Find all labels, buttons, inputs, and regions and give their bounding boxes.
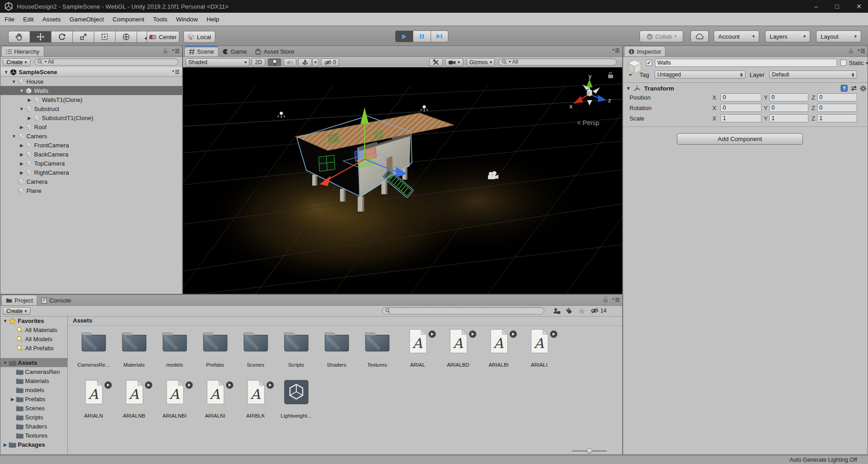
asset-item-camerasre-[interactable]: CamerasRe... [73,327,114,378]
favorites-star-icon[interactable] [578,308,585,314]
hand-tool-button[interactable] [8,31,30,43]
close-button[interactable]: ✕ [856,3,862,10]
hierarchy-item-samplescene[interactable]: ▼SampleScene [0,67,182,77]
asset-item-models[interactable]: models [154,327,195,378]
hierarchy-item-wallst1-clone-[interactable]: ▶WallsT1(Clone) [0,95,182,104]
scene-tools-button[interactable] [429,58,443,66]
pause-button[interactable] [413,30,431,42]
expand-badge-icon[interactable] [104,381,112,389]
hierarchy-item-frontcamera[interactable]: ▶FrontCamera [0,141,182,150]
hierarchy-item-rightcamera[interactable]: ▶RightCamera [0,168,182,177]
expand-badge-icon[interactable] [550,330,558,338]
scene-camera-dropdown[interactable]: ▾ [445,58,463,66]
foldout-arrow[interactable]: ▶ [19,170,25,175]
lock-icon[interactable] [163,48,168,54]
asset-item-ariblk[interactable]: AARIBLK [235,378,276,429]
2d-toggle-button[interactable]: 2D [252,58,265,66]
shading-mode-dropdown[interactable]: Shaded▾ [186,58,249,66]
scene-effects-dropdown[interactable]: ▾ [312,58,319,66]
asset-item-arialbi[interactable]: AARIALBI [478,327,519,378]
menu-item-tools[interactable]: Tools [153,16,168,23]
scale-tool-button[interactable] [72,31,94,43]
static-dropdown-arrow[interactable]: ▾ [866,61,868,66]
presets-icon[interactable] [851,86,857,91]
asset-item-ariali[interactable]: AARIALI [519,327,559,378]
static-checkbox[interactable] [840,60,847,66]
foldout-arrow[interactable]: ▼ [3,70,9,75]
pivot-mode-button[interactable]: Center [147,31,179,43]
expand-badge-icon[interactable] [509,330,517,338]
hierarchy-item-topcamera[interactable]: ▶TopCamera [0,159,182,168]
project-tree-item-scenes[interactable]: Scenes [0,403,67,413]
scene-effects-button[interactable] [298,58,312,66]
panel-menu-icon[interactable] [858,48,865,54]
project-tree-item-favorites[interactable]: ▼Favorites [0,316,67,325]
foldout-arrow[interactable]: ▶ [26,116,32,121]
tag-dropdown[interactable]: Untagged [655,71,746,79]
expand-badge-icon[interactable] [226,381,233,389]
maximize-button[interactable]: □ [835,3,839,10]
layers-dropdown[interactable]: Layers▾ [765,30,810,42]
search-by-type-icon[interactable] [553,308,561,314]
foldout-arrow[interactable]: ▼ [19,106,25,111]
tab-scene[interactable]: Scene [184,46,218,56]
account-dropdown[interactable]: Account▾ [714,30,759,42]
asset-item-shaders[interactable]: Shaders [316,327,357,378]
rect-tool-button[interactable] [94,31,115,43]
active-checkbox[interactable]: ✓ [646,60,652,66]
panel-menu-icon[interactable] [612,297,619,303]
position-y-field[interactable]: 0 [769,93,808,101]
expand-badge-icon[interactable] [185,381,193,389]
foldout-arrow[interactable]: ▶ [19,152,25,157]
project-hidden-count-button[interactable]: 14 [590,308,606,314]
layer-dropdown[interactable]: Default [769,71,857,79]
asset-item-scripts[interactable]: Scripts [276,327,316,378]
tab-console[interactable]: Console [37,295,75,305]
add-component-button[interactable]: Add Component [677,133,803,145]
foldout-arrow[interactable]: ▶ [19,143,25,148]
rotate-tool-button[interactable] [51,31,72,43]
foldout-arrow[interactable]: ▼ [2,360,8,365]
lighting-status-label[interactable]: Auto Generate Lighting Off [790,457,857,463]
menu-item-assets[interactable]: Assets [42,16,61,23]
menu-item-file[interactable]: File [5,16,15,23]
project-tree-item-models[interactable]: models [0,385,67,394]
hierarchy-item-substurctt1-clone-[interactable]: ▶SubsturctT1(Clone) [0,113,182,122]
foldout-arrow[interactable]: ▼ [2,318,8,323]
rotation-y-field[interactable]: 0 [769,104,808,112]
menu-item-component[interactable]: Component [112,16,144,23]
position-x-field[interactable]: 0 [721,93,761,101]
help-icon[interactable]: ? [841,85,848,92]
tab-game[interactable]: Game [218,46,251,56]
persp-mode-label[interactable]: < Persp [577,119,599,126]
cloud-button[interactable] [690,30,709,42]
scene-search-input[interactable]: ▾ All [498,58,617,66]
asset-item-arialbd[interactable]: AARIALBD [438,327,478,378]
gear-icon[interactable] [860,85,867,92]
asset-item-lightweight-[interactable]: Lightweight... [276,378,316,429]
expand-badge-icon[interactable] [469,330,477,338]
lock-icon[interactable] [603,297,609,303]
project-tree-item-all-prefabs[interactable]: All Prefabs [0,343,67,353]
asset-item-arialn[interactable]: AARIALN [73,378,114,429]
project-tree-item-textures[interactable]: Textures [0,431,67,440]
asset-item-scenes[interactable]: Scenes [235,327,276,378]
layout-dropdown[interactable]: Layout▾ [816,30,861,42]
foldout-arrow[interactable]: ▼ [19,88,25,93]
tab-hierarchy[interactable]: Hierarchy [1,46,44,56]
hierarchy-item-walls[interactable]: ▼Walls [0,86,182,95]
minimize-button[interactable]: – [814,3,818,10]
transform-foldout-arrow[interactable]: ▼ [626,86,631,91]
scene-viewport-canvas[interactable]: y x z < Persp [183,67,622,294]
asset-item-arial[interactable]: AARIAL [397,327,438,378]
hierarchy-item-backcamera[interactable]: ▶BackCamera [0,150,182,159]
foldout-arrow[interactable]: ▶ [10,397,15,402]
menu-item-gameobject[interactable]: GameObject [70,16,104,23]
hierarchy-item-substruct[interactable]: ▼Substruct [0,104,182,113]
panel-menu-icon[interactable] [612,48,619,53]
project-tree-item-assets[interactable]: ▼Assets [0,358,67,367]
project-tree-item-camerasren[interactable]: CamerasRen [0,367,67,376]
expand-badge-icon[interactable] [428,330,436,338]
asset-item-textures[interactable]: Textures [357,327,397,378]
gizmos-dropdown[interactable]: Gizmos▾ [467,58,495,66]
